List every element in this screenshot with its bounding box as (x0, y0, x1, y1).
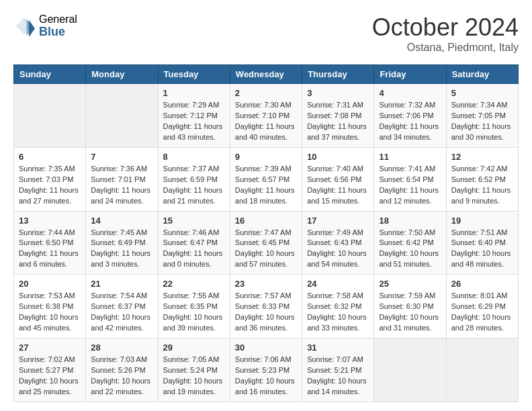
month-year: October 2024 (372, 13, 519, 42)
weekday-header: Monday (86, 65, 158, 84)
calendar-table: SundayMondayTuesdayWednesdayThursdayFrid… (13, 64, 519, 402)
day-number: 9 (235, 152, 297, 162)
calendar-day-cell: 1Sunrise: 7:29 AM Sunset: 7:12 PM Daylig… (158, 84, 230, 148)
day-number: 19 (451, 216, 513, 226)
day-number: 7 (91, 152, 152, 162)
calendar-day-cell: 2Sunrise: 7:30 AM Sunset: 7:10 PM Daylig… (230, 84, 302, 148)
day-info: Sunrise: 7:36 AM Sunset: 7:01 PM Dayligh… (91, 164, 152, 207)
day-info: Sunrise: 7:39 AM Sunset: 6:57 PM Dayligh… (235, 164, 297, 207)
day-info: Sunrise: 7:42 AM Sunset: 6:52 PM Dayligh… (451, 164, 513, 207)
calendar-day-cell: 30Sunrise: 7:06 AM Sunset: 5:23 PM Dayli… (230, 338, 302, 402)
calendar-day-cell: 14Sunrise: 7:45 AM Sunset: 6:49 PM Dayli… (86, 211, 158, 275)
calendar-week-row: 13Sunrise: 7:44 AM Sunset: 6:50 PM Dayli… (14, 211, 519, 275)
calendar-day-cell: 26Sunrise: 8:01 AM Sunset: 6:29 PM Dayli… (446, 275, 518, 338)
day-number: 20 (19, 279, 81, 289)
calendar-day-cell: 9Sunrise: 7:39 AM Sunset: 6:57 PM Daylig… (230, 147, 302, 211)
weekday-header: Tuesday (158, 65, 230, 84)
weekday-header-row: SundayMondayTuesdayWednesdayThursdayFrid… (14, 65, 519, 84)
day-number: 31 (307, 342, 369, 353)
day-number: 1 (163, 88, 225, 98)
calendar-week-row: 1Sunrise: 7:29 AM Sunset: 7:12 PM Daylig… (14, 84, 519, 148)
calendar-day-cell: 4Sunrise: 7:32 AM Sunset: 7:06 PM Daylig… (374, 84, 446, 148)
calendar-day-cell: 28Sunrise: 7:03 AM Sunset: 5:26 PM Dayli… (86, 338, 158, 402)
day-info: Sunrise: 7:54 AM Sunset: 6:37 PM Dayligh… (91, 291, 152, 334)
logo-general: General (39, 13, 77, 26)
day-info: Sunrise: 7:02 AM Sunset: 5:27 PM Dayligh… (19, 355, 81, 398)
day-info: Sunrise: 7:45 AM Sunset: 6:49 PM Dayligh… (91, 228, 152, 271)
day-number: 11 (379, 152, 441, 162)
logo-blue: Blue (39, 26, 77, 39)
day-number: 8 (163, 152, 225, 162)
calendar-day-cell: 29Sunrise: 7:05 AM Sunset: 5:24 PM Dayli… (158, 338, 230, 402)
day-info: Sunrise: 7:51 AM Sunset: 6:40 PM Dayligh… (451, 228, 513, 271)
calendar-day-cell: 5Sunrise: 7:34 AM Sunset: 7:05 PM Daylig… (446, 84, 518, 148)
day-info: Sunrise: 7:41 AM Sunset: 6:54 PM Dayligh… (379, 164, 441, 207)
day-info: Sunrise: 7:32 AM Sunset: 7:06 PM Dayligh… (379, 100, 441, 143)
calendar-day-cell: 11Sunrise: 7:41 AM Sunset: 6:54 PM Dayli… (374, 147, 446, 211)
location: Ostana, Piedmont, Italy (372, 42, 519, 54)
day-number: 14 (91, 216, 152, 226)
calendar-day-cell: 10Sunrise: 7:40 AM Sunset: 6:56 PM Dayli… (302, 147, 374, 211)
day-number: 2 (235, 88, 297, 98)
day-number: 15 (163, 216, 225, 226)
logo-icon (13, 15, 35, 37)
day-info: Sunrise: 8:01 AM Sunset: 6:29 PM Dayligh… (451, 291, 513, 334)
day-number: 3 (307, 88, 369, 98)
day-number: 16 (235, 216, 297, 226)
day-info: Sunrise: 7:49 AM Sunset: 6:43 PM Dayligh… (307, 228, 369, 271)
day-info: Sunrise: 7:31 AM Sunset: 7:08 PM Dayligh… (307, 100, 369, 143)
day-info: Sunrise: 7:58 AM Sunset: 6:32 PM Dayligh… (307, 291, 369, 334)
day-info: Sunrise: 7:44 AM Sunset: 6:50 PM Dayligh… (19, 228, 81, 271)
calendar-day-cell: 7Sunrise: 7:36 AM Sunset: 7:01 PM Daylig… (86, 147, 158, 211)
day-number: 30 (235, 342, 297, 353)
logo: General Blue (13, 13, 77, 38)
day-number: 26 (451, 279, 513, 289)
calendar-day-cell (374, 338, 446, 402)
weekday-header: Friday (374, 65, 446, 84)
calendar-day-cell: 3Sunrise: 7:31 AM Sunset: 7:08 PM Daylig… (302, 84, 374, 148)
page-header: General Blue October 2024 Ostana, Piedmo… (13, 13, 519, 54)
day-number: 24 (307, 279, 369, 289)
day-info: Sunrise: 7:46 AM Sunset: 6:47 PM Dayligh… (163, 228, 225, 271)
calendar-day-cell: 16Sunrise: 7:47 AM Sunset: 6:45 PM Dayli… (230, 211, 302, 275)
day-number: 21 (91, 279, 152, 289)
calendar-day-cell: 13Sunrise: 7:44 AM Sunset: 6:50 PM Dayli… (14, 211, 86, 275)
calendar-week-row: 27Sunrise: 7:02 AM Sunset: 5:27 PM Dayli… (14, 338, 519, 402)
day-info: Sunrise: 7:07 AM Sunset: 5:21 PM Dayligh… (307, 355, 369, 398)
calendar-day-cell: 12Sunrise: 7:42 AM Sunset: 6:52 PM Dayli… (446, 147, 518, 211)
day-number: 22 (163, 279, 225, 289)
day-number: 23 (235, 279, 297, 289)
svg-marker-2 (29, 20, 35, 37)
title-block: October 2024 Ostana, Piedmont, Italy (372, 13, 519, 54)
calendar-day-cell: 6Sunrise: 7:35 AM Sunset: 7:03 PM Daylig… (14, 147, 86, 211)
calendar-day-cell: 8Sunrise: 7:37 AM Sunset: 6:59 PM Daylig… (158, 147, 230, 211)
day-info: Sunrise: 7:47 AM Sunset: 6:45 PM Dayligh… (235, 228, 297, 271)
day-number: 25 (379, 279, 441, 289)
calendar-day-cell (446, 338, 518, 402)
calendar-day-cell: 25Sunrise: 7:59 AM Sunset: 6:30 PM Dayli… (374, 275, 446, 338)
calendar-day-cell (86, 84, 158, 148)
weekday-header: Thursday (302, 65, 374, 84)
day-number: 6 (19, 152, 81, 162)
weekday-header: Sunday (14, 65, 86, 84)
day-info: Sunrise: 7:29 AM Sunset: 7:12 PM Dayligh… (163, 100, 225, 143)
calendar-day-cell: 20Sunrise: 7:53 AM Sunset: 6:38 PM Dayli… (14, 275, 86, 338)
day-info: Sunrise: 7:57 AM Sunset: 6:33 PM Dayligh… (235, 291, 297, 334)
day-info: Sunrise: 7:30 AM Sunset: 7:10 PM Dayligh… (235, 100, 297, 143)
day-info: Sunrise: 7:59 AM Sunset: 6:30 PM Dayligh… (379, 291, 441, 334)
logo-text: General Blue (39, 13, 77, 38)
day-number: 27 (19, 342, 81, 353)
day-info: Sunrise: 7:50 AM Sunset: 6:42 PM Dayligh… (379, 228, 441, 271)
weekday-header: Wednesday (230, 65, 302, 84)
day-info: Sunrise: 7:34 AM Sunset: 7:05 PM Dayligh… (451, 100, 513, 143)
calendar-week-row: 6Sunrise: 7:35 AM Sunset: 7:03 PM Daylig… (14, 147, 519, 211)
day-info: Sunrise: 7:37 AM Sunset: 6:59 PM Dayligh… (163, 164, 225, 207)
day-number: 10 (307, 152, 369, 162)
day-info: Sunrise: 7:53 AM Sunset: 6:38 PM Dayligh… (19, 291, 81, 334)
day-number: 28 (91, 342, 152, 353)
calendar-week-row: 20Sunrise: 7:53 AM Sunset: 6:38 PM Dayli… (14, 275, 519, 338)
calendar-day-cell: 31Sunrise: 7:07 AM Sunset: 5:21 PM Dayli… (302, 338, 374, 402)
day-info: Sunrise: 7:03 AM Sunset: 5:26 PM Dayligh… (91, 355, 152, 398)
day-info: Sunrise: 7:05 AM Sunset: 5:24 PM Dayligh… (163, 355, 225, 398)
day-info: Sunrise: 7:55 AM Sunset: 6:35 PM Dayligh… (163, 291, 225, 334)
